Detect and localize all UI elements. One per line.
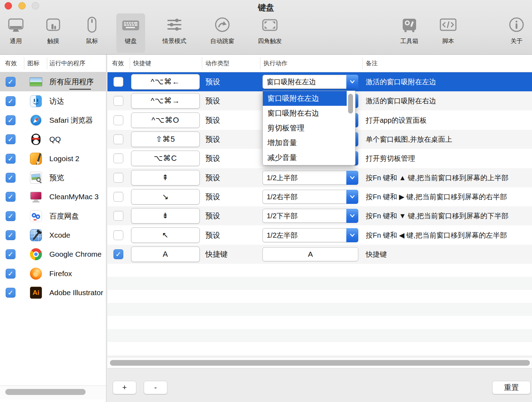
app-name: Logoist 2 bbox=[49, 154, 79, 163]
shortcut-key-button[interactable]: A bbox=[131, 246, 200, 262]
logoist-icon bbox=[30, 152, 42, 165]
toolbar-item-keyboard[interactable]: 键盘 bbox=[116, 13, 145, 53]
row-note: 按Fn 键和 ▶ 键,把当前窗口移到屏幕的右半部 bbox=[366, 192, 507, 202]
app-enabled-checkbox[interactable]: ✓ bbox=[6, 115, 16, 125]
app-enabled-checkbox[interactable]: ✓ bbox=[6, 269, 16, 279]
shortcut-key-button[interactable]: ⇞ bbox=[131, 170, 200, 185]
table-row[interactable]: ⇟ 预设 1/2下半部 按Fn 键和 ▼ 键,把当前窗口移到屏幕的下半部 bbox=[107, 206, 532, 225]
app-row-xcode[interactable]: ✓ Xcode bbox=[0, 226, 106, 245]
row-enabled-checkbox[interactable]: ✓ bbox=[113, 249, 123, 259]
remove-shortcut-button[interactable]: - bbox=[144, 381, 167, 394]
chevron-down-icon[interactable] bbox=[346, 209, 358, 223]
shortcut-table: 有效 快捷键 动作类型 执行动作 备注 ^⌥⌘← 预设 窗口吸附在左边 激活的窗… bbox=[107, 55, 532, 402]
row-enabled-checkbox[interactable] bbox=[113, 115, 123, 125]
action-select[interactable]: 1/2右半部 bbox=[262, 190, 358, 204]
app-enabled-checkbox[interactable]: ✓ bbox=[6, 288, 16, 298]
action-select[interactable]: 1/2上半部 bbox=[262, 171, 358, 185]
dropdown-option[interactable]: 窗口吸附在左边 bbox=[263, 91, 347, 106]
shortcut-key-button[interactable]: ^⌥⌘← bbox=[131, 74, 200, 90]
chevron-down-icon[interactable] bbox=[346, 228, 358, 242]
app-row-cleanmymac[interactable]: ✓ CleanMyMac 3 bbox=[0, 187, 106, 206]
reset-button[interactable]: 重置 bbox=[492, 381, 531, 394]
row-enabled-checkbox[interactable] bbox=[113, 211, 123, 221]
app-enabled-checkbox[interactable]: ✓ bbox=[6, 192, 16, 202]
chevron-down-icon[interactable] bbox=[346, 190, 358, 204]
app-enabled-checkbox[interactable]: ✓ bbox=[6, 173, 16, 183]
rename-underline bbox=[69, 89, 91, 90]
column-divider bbox=[362, 57, 363, 69]
toolbar-item-corners[interactable]: 四角触发 bbox=[252, 13, 288, 53]
column-header-action-type: 动作类型 bbox=[205, 59, 229, 67]
app-row-preview[interactable]: ✓ 预览 bbox=[0, 168, 106, 187]
chevron-down-icon[interactable] bbox=[346, 75, 358, 89]
row-enabled-checkbox[interactable] bbox=[113, 192, 123, 202]
app-enabled-checkbox[interactable]: ✓ bbox=[6, 77, 16, 87]
action-select[interactable]: 1/2左半部 bbox=[262, 228, 358, 242]
app-enabled-checkbox[interactable]: ✓ bbox=[6, 134, 16, 144]
toolbar-item-autopopup[interactable]: 自动跳窗 bbox=[204, 13, 240, 53]
app-row-all-apps[interactable]: ✓ 所有应用程序 bbox=[0, 72, 106, 91]
app-row-safari[interactable]: ✓ Safari 浏览器 bbox=[0, 111, 106, 130]
column-divider bbox=[47, 57, 47, 69]
shortcut-key-button[interactable]: ⇧⌘5 bbox=[131, 132, 200, 147]
scrollbar-thumb[interactable] bbox=[110, 360, 530, 366]
action-value-box[interactable]: A bbox=[262, 247, 358, 261]
shortcut-key-button[interactable]: ⌥⌘C bbox=[131, 151, 200, 166]
table-row[interactable]: ✓ A 快捷键 A 快捷键 bbox=[107, 245, 532, 264]
row-note: 按Fn 键和 ▼ 键,把当前窗口移到屏幕的下半部 bbox=[366, 211, 508, 221]
app-enabled-checkbox[interactable]: ✓ bbox=[6, 154, 16, 164]
shortcut-key-button[interactable]: ^⌥⌘→ bbox=[131, 93, 200, 109]
toolbar-item-about[interactable]: 关于 bbox=[503, 13, 530, 53]
xcode-icon bbox=[30, 229, 42, 242]
toolbar-label: 鼠标 bbox=[86, 38, 98, 44]
sidebar-horizontal-scrollbar[interactable] bbox=[0, 385, 106, 400]
window-title: 键盘 bbox=[0, 2, 532, 13]
toolbar-item-touch[interactable]: 触摸 bbox=[40, 13, 66, 53]
row-enabled-checkbox[interactable] bbox=[113, 77, 123, 87]
table-row[interactable]: ^⌥⌘← 预设 窗口吸附在左边 激活的窗口吸附在左边 bbox=[107, 72, 532, 91]
dropdown-option[interactable]: 减少音量 bbox=[263, 150, 347, 165]
action-type: 预设 bbox=[205, 96, 220, 106]
row-enabled-checkbox[interactable] bbox=[113, 96, 123, 106]
row-enabled-checkbox[interactable] bbox=[113, 134, 123, 144]
app-enabled-checkbox[interactable]: ✓ bbox=[6, 230, 16, 240]
app-enabled-checkbox[interactable]: ✓ bbox=[6, 211, 16, 221]
app-row-baidu[interactable]: ✓ 百度网盘 bbox=[0, 207, 106, 226]
toolbar-item-mouse[interactable]: 鼠标 bbox=[79, 13, 105, 53]
toolbar-item-general[interactable]: 通用 bbox=[3, 13, 29, 53]
shortcut-key-button[interactable]: ^⌥⌘O bbox=[131, 112, 200, 128]
shortcut-key-button[interactable]: ↘ bbox=[131, 189, 200, 205]
table-row[interactable]: ⇞ 预设 1/2上半部 按Fn 键和 ▲ 键,把当前窗口移到屏幕的上半部 bbox=[107, 168, 532, 187]
shortcut-key-button[interactable]: ↖ bbox=[131, 227, 200, 243]
app-enabled-checkbox[interactable]: ✓ bbox=[6, 96, 16, 106]
row-enabled-checkbox[interactable] bbox=[113, 173, 123, 183]
table-row[interactable]: ↘ 预设 1/2右半部 按Fn 键和 ▶ 键,把当前窗口移到屏幕的右半部 bbox=[107, 187, 532, 206]
app-row-illustrator[interactable]: ✓ Ai Adobe Illustrator bbox=[0, 283, 106, 302]
dropdown-option[interactable]: 增加音量 bbox=[263, 135, 347, 150]
mouse-icon bbox=[83, 13, 101, 37]
chevron-down-icon[interactable] bbox=[346, 171, 358, 185]
app-row-chrome[interactable]: ✓ Google Chrome bbox=[0, 245, 106, 264]
row-enabled-checkbox[interactable] bbox=[113, 153, 123, 163]
app-row-logoist[interactable]: ✓ Logoist 2 bbox=[0, 149, 106, 168]
toolbar-item-scenes[interactable]: 情景模式 bbox=[156, 13, 192, 53]
row-enabled-checkbox[interactable] bbox=[113, 230, 123, 240]
dropdown-option[interactable]: 窗口吸附在右边 bbox=[263, 106, 347, 121]
app-row-qq[interactable]: ✓ QQ bbox=[0, 130, 106, 149]
table-row[interactable]: ↖ 预设 1/2左半部 按Fn 键和 ◀ 键,把当前窗口移到屏幕的左半部 bbox=[107, 226, 532, 245]
toolbar-item-script[interactable]: 脚本 bbox=[435, 13, 462, 53]
app-enabled-checkbox[interactable]: ✓ bbox=[6, 249, 16, 259]
action-select[interactable]: 1/2下半部 bbox=[262, 209, 358, 223]
toolbar-item-toolbox[interactable]: 工具箱 bbox=[394, 13, 425, 53]
dropdown-option[interactable]: 剪切板管理 bbox=[263, 121, 347, 135]
shortcut-key-button[interactable]: ⇟ bbox=[131, 208, 200, 224]
add-shortcut-button[interactable]: + bbox=[113, 381, 136, 394]
action-select[interactable]: 窗口吸附在左边 bbox=[262, 75, 358, 89]
app-row-finder[interactable]: ✓ 访达 bbox=[0, 92, 106, 111]
scrollbar-thumb[interactable] bbox=[5, 389, 86, 395]
table-horizontal-scrollbar[interactable] bbox=[107, 357, 532, 368]
cleanmymac-icon bbox=[30, 190, 42, 203]
app-row-firefox[interactable]: ✓ Firefox bbox=[0, 264, 106, 283]
dropdown-scrollbar-thumb[interactable] bbox=[348, 94, 353, 114]
row-note: 激活的窗口吸附在左边 bbox=[366, 77, 436, 87]
